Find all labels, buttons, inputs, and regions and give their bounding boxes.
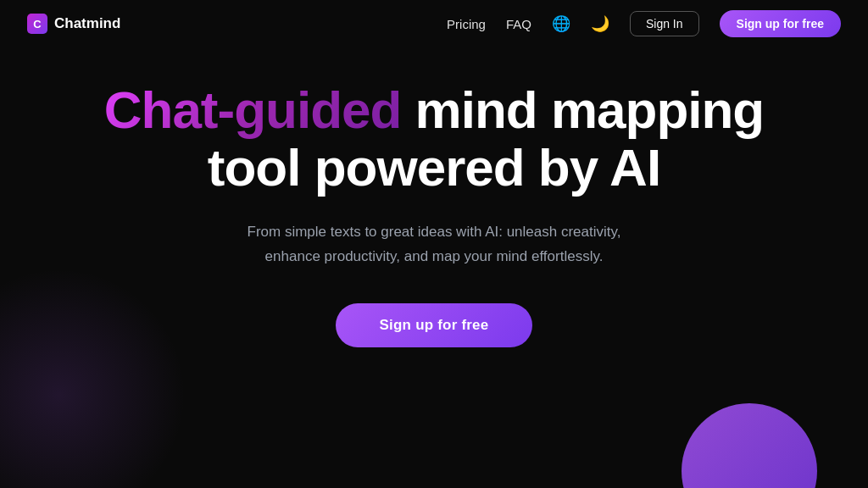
bottom-decorative-shape bbox=[682, 403, 817, 488]
signup-button-nav[interactable]: Sign up for free bbox=[720, 10, 841, 37]
hero-title: Chat-guided mind mappingtool powered by … bbox=[104, 81, 765, 197]
hero-title-gradient: Chat-guided bbox=[104, 80, 402, 139]
hero-subtitle: From simple texts to great ideas with AI… bbox=[222, 220, 646, 269]
hero-section: Chat-guided mind mappingtool powered by … bbox=[0, 47, 868, 347]
nav-link-faq[interactable]: FAQ bbox=[506, 17, 531, 31]
nav-right: Pricing FAQ 🌐 🌙 Sign In Sign up for free bbox=[447, 10, 841, 37]
globe-icon[interactable]: 🌐 bbox=[552, 14, 570, 33]
hero-cta-button[interactable]: Sign up for free bbox=[336, 303, 533, 347]
navbar: C Chatmind Pricing FAQ 🌐 🌙 Sign In Sign … bbox=[0, 0, 868, 47]
theme-toggle-icon[interactable]: 🌙 bbox=[591, 14, 609, 33]
logo: C Chatmind bbox=[27, 14, 120, 34]
signin-button[interactable]: Sign In bbox=[630, 11, 699, 36]
logo-text: Chatmind bbox=[54, 15, 120, 32]
nav-link-pricing[interactable]: Pricing bbox=[447, 17, 486, 31]
logo-icon: C bbox=[27, 14, 47, 34]
